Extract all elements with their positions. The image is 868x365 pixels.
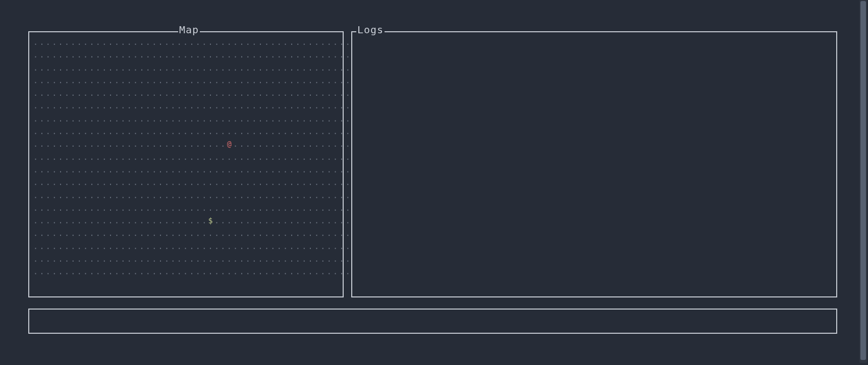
- floor-glyph: .: [277, 165, 283, 174]
- floor-glyph: .: [233, 127, 239, 136]
- floor-glyph: .: [115, 255, 121, 264]
- floor-glyph: .: [302, 255, 308, 264]
- floor-glyph: .: [39, 178, 45, 187]
- floor-glyph: .: [189, 50, 195, 59]
- floor-glyph: .: [121, 255, 127, 264]
- floor-glyph: .: [171, 255, 177, 264]
- floor-glyph: .: [196, 101, 202, 110]
- floor-glyph: .: [33, 50, 39, 59]
- floor-glyph: .: [59, 64, 65, 73]
- floor-glyph: .: [65, 50, 71, 59]
- floor-glyph: .: [127, 64, 133, 73]
- floor-glyph: .: [133, 191, 139, 200]
- game-screen[interactable]: Map ....................................…: [0, 0, 868, 365]
- floor-glyph: .: [183, 267, 189, 276]
- floor-glyph: .: [158, 89, 165, 98]
- floor-glyph: .: [302, 89, 308, 98]
- floor-glyph: .: [46, 127, 52, 136]
- floor-glyph: .: [189, 101, 195, 110]
- floor-glyph: .: [108, 229, 115, 238]
- floor-glyph: .: [239, 229, 245, 238]
- floor-glyph: .: [115, 165, 121, 174]
- floor-glyph: .: [227, 255, 233, 264]
- floor-glyph: .: [171, 64, 177, 73]
- floor-glyph: .: [77, 165, 83, 174]
- floor-glyph: .: [102, 242, 108, 251]
- floor-glyph: .: [214, 191, 221, 200]
- floor-glyph: .: [115, 216, 121, 225]
- floor-glyph: .: [302, 165, 308, 174]
- floor-glyph: .: [77, 255, 83, 264]
- floor-glyph: .: [302, 153, 308, 162]
- floor-glyph: .: [171, 191, 177, 200]
- floor-glyph: .: [339, 89, 345, 98]
- map-grid[interactable]: ........................................…: [33, 36, 377, 279]
- floor-glyph: .: [314, 101, 320, 110]
- scrollbar-track[interactable]: [859, 0, 867, 363]
- floor-glyph: .: [333, 101, 339, 110]
- floor-glyph: .: [127, 191, 133, 200]
- floor-glyph: .: [83, 267, 89, 276]
- floor-glyph: .: [165, 127, 171, 136]
- floor-glyph: .: [308, 255, 314, 264]
- floor-glyph: .: [327, 191, 333, 200]
- floor-glyph: .: [83, 64, 89, 73]
- floor-glyph: .: [46, 114, 52, 124]
- floor-glyph: .: [302, 267, 308, 276]
- floor-glyph: .: [33, 267, 39, 276]
- floor-glyph: .: [327, 76, 333, 85]
- floor-glyph: .: [252, 38, 258, 47]
- floor-glyph: .: [171, 38, 177, 47]
- floor-glyph: .: [121, 140, 127, 149]
- floor-glyph: .: [139, 127, 145, 136]
- floor-glyph: .: [239, 178, 245, 187]
- floor-glyph: .: [239, 101, 245, 110]
- floor-glyph: .: [221, 114, 227, 124]
- floor-glyph: .: [246, 242, 252, 251]
- floor-glyph: .: [227, 127, 233, 136]
- floor-glyph: .: [133, 165, 139, 174]
- floor-glyph: .: [333, 127, 339, 136]
- map-row: ........................................…: [33, 227, 377, 240]
- floor-glyph: .: [165, 64, 171, 73]
- floor-glyph: .: [277, 114, 283, 124]
- floor-glyph: .: [83, 127, 89, 136]
- floor-glyph: .: [127, 242, 133, 251]
- floor-glyph: .: [33, 204, 39, 213]
- floor-glyph: .: [133, 242, 139, 251]
- floor-glyph: .: [277, 140, 283, 149]
- floor-glyph: .: [96, 229, 102, 238]
- scrollbar-thumb[interactable]: [860, 1, 866, 360]
- floor-glyph: .: [283, 191, 289, 200]
- floor-glyph: .: [127, 165, 133, 174]
- floor-glyph: .: [189, 38, 195, 47]
- floor-glyph: .: [46, 140, 52, 149]
- floor-glyph: .: [320, 178, 327, 187]
- floor-glyph: .: [252, 127, 258, 136]
- floor-glyph: .: [108, 267, 115, 276]
- floor-glyph: .: [171, 242, 177, 251]
- floor-glyph: .: [65, 191, 71, 200]
- floor-glyph: .: [83, 204, 89, 213]
- floor-glyph: .: [152, 153, 158, 162]
- floor-glyph: .: [283, 204, 289, 213]
- floor-glyph: .: [214, 255, 221, 264]
- floor-glyph: .: [227, 114, 233, 124]
- floor-glyph: .: [264, 50, 270, 59]
- floor-glyph: .: [302, 64, 308, 73]
- floor-glyph: .: [270, 229, 277, 238]
- floor-glyph: .: [39, 267, 45, 276]
- floor-glyph: .: [258, 101, 264, 110]
- floor-glyph: .: [177, 178, 183, 187]
- floor-glyph: .: [52, 64, 58, 73]
- floor-glyph: .: [77, 50, 83, 59]
- floor-glyph: .: [283, 140, 289, 149]
- floor-glyph: .: [327, 38, 333, 47]
- floor-glyph: .: [139, 89, 145, 98]
- floor-glyph: .: [221, 50, 227, 59]
- floor-glyph: .: [233, 89, 239, 98]
- floor-glyph: .: [46, 64, 52, 73]
- floor-glyph: .: [65, 267, 71, 276]
- floor-glyph: .: [246, 229, 252, 238]
- floor-glyph: .: [171, 89, 177, 98]
